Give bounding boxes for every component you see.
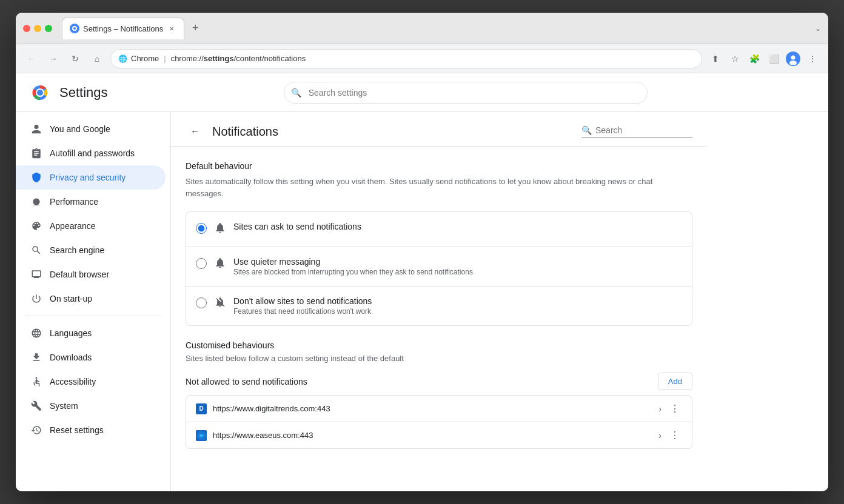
tab-expand-icon[interactable]: ⌄ <box>815 24 821 33</box>
svg-point-4 <box>791 55 795 59</box>
customised-section: Customised behaviours Sites listed below… <box>186 340 692 449</box>
accessibility-icon <box>30 376 42 388</box>
bell-icon-1 <box>214 222 226 237</box>
radio-quieter-messaging[interactable] <box>196 258 207 269</box>
sidebar-label-you-and-google: You and Google <box>50 124 110 134</box>
browser-window: Settings – Notifications ✕ + ⌄ ← → ↻ ⌂ 🌐… <box>16 13 828 491</box>
bookmark-icon[interactable]: ☆ <box>726 50 743 67</box>
back-nav-button[interactable]: ← <box>23 50 40 67</box>
panel-search-icon: 🔍 <box>581 125 592 135</box>
site-expand-easeus[interactable]: › <box>658 431 661 440</box>
sidebar-label-search-engine: Search engine <box>50 245 104 255</box>
profile-icon[interactable] <box>785 50 802 67</box>
sidebar-item-performance[interactable]: Performance <box>16 190 166 214</box>
forward-nav-button[interactable]: → <box>45 50 62 67</box>
url-bar[interactable]: 🌐 Chrome | chrome://settings/content/not… <box>110 49 702 68</box>
sidebar-item-search-engine[interactable]: Search engine <box>16 238 166 262</box>
sidebar-label-languages: Languages <box>50 328 92 338</box>
url-path: chrome://settings/content/notifications <box>171 54 306 63</box>
share-icon[interactable]: ⬆ <box>707 50 724 67</box>
tab-close-button[interactable]: ✕ <box>167 24 176 33</box>
add-site-button[interactable]: Add <box>658 373 692 390</box>
radio-label-1: Sites can ask to send notifications <box>233 222 361 231</box>
svg-point-9 <box>37 90 43 96</box>
radio-item-quieter-messaging[interactable]: Use quieter messaging Sites are blocked … <box>186 247 692 287</box>
person-icon <box>30 123 42 135</box>
address-bar: ← → ↻ ⌂ 🌐 Chrome | chrome://settings/con… <box>16 44 828 73</box>
performance-icon <box>30 196 42 208</box>
title-bar: Settings – Notifications ✕ + ⌄ <box>16 13 828 44</box>
site-item-easeus: https://www.easeus.com:443 › ⋮ <box>186 422 692 448</box>
close-button[interactable] <box>23 25 30 32</box>
customised-title: Customised behaviours <box>186 340 692 350</box>
new-tab-button[interactable]: + <box>187 20 204 37</box>
main-content: Settings 🔍 You and Google <box>16 73 828 491</box>
reset-icon <box>30 424 42 436</box>
svg-point-10 <box>36 377 38 379</box>
active-tab[interactable]: Settings – Notifications ✕ <box>62 18 184 39</box>
settings-search-bar: 🔍 <box>284 82 648 104</box>
sidebar-item-reset-settings[interactable]: Reset settings <box>16 418 166 442</box>
sidebar-item-on-startup[interactable]: On start-up <box>16 287 166 311</box>
not-allowed-label: Not allowed to send notifications <box>186 377 307 386</box>
panel-back-button[interactable]: ← <box>186 122 205 141</box>
site-menu-easeus[interactable]: ⋮ <box>668 429 682 441</box>
site-expand-digitaltrends[interactable]: › <box>658 404 661 414</box>
tab-title: Settings – Notifications <box>83 24 163 33</box>
sidebar-item-downloads[interactable]: Downloads <box>16 345 166 370</box>
clipboard-icon <box>30 147 42 159</box>
sidebar-label-appearance: Appearance <box>50 221 96 231</box>
radio-label-3: Don't allow sites to send notifications … <box>233 296 372 316</box>
sidebar-item-autofill[interactable]: Autofill and passwords <box>16 141 166 165</box>
radio-item-sites-can-ask[interactable]: Sites can ask to send notifications <box>186 212 692 247</box>
bell-off-icon <box>214 296 226 311</box>
radio-item-dont-allow[interactable]: Don't allow sites to send notifications … <box>186 287 692 325</box>
radio-dont-allow[interactable] <box>196 297 207 308</box>
url-scheme: Chrome <box>131 54 159 63</box>
sidebar-label-downloads: Downloads <box>50 353 92 362</box>
split-view-icon[interactable]: ⬜ <box>765 50 782 67</box>
sidebar-item-system[interactable]: System <box>16 394 166 418</box>
toolbar-icons: ⬆ ☆ 🧩 ⬜ ⋮ <box>707 50 821 67</box>
settings-header: Settings 🔍 <box>16 73 828 112</box>
panel-header: ← Notifications 🔍 <box>171 112 707 147</box>
sidebar-label-performance: Performance <box>50 197 98 207</box>
settings-sidebar: You and Google Autofill and passwords Pr… <box>16 112 171 491</box>
site-menu-digitaltrends[interactable]: ⋮ <box>668 403 682 414</box>
sidebar-label-reset-settings: Reset settings <box>50 425 104 435</box>
menu-icon[interactable]: ⋮ <box>804 50 821 67</box>
sidebar-item-languages[interactable]: Languages <box>16 321 166 345</box>
profile-avatar <box>786 51 800 66</box>
content-panel: ← Notifications 🔍 Default behaviour Site… <box>171 112 707 491</box>
sidebar-item-appearance[interactable]: Appearance <box>16 214 166 238</box>
url-bold-part: settings <box>204 54 234 63</box>
radio-label-2: Use quieter messaging Sites are blocked … <box>233 257 473 276</box>
minimize-button[interactable] <box>34 25 41 32</box>
tab-bar: Settings – Notifications ✕ + <box>62 18 810 39</box>
reload-button[interactable]: ↻ <box>67 50 84 67</box>
maximize-button[interactable] <box>45 25 52 32</box>
traffic-lights <box>23 25 52 32</box>
sidebar-label-default-browser: Default browser <box>50 270 109 279</box>
panel-search-input[interactable] <box>595 125 692 135</box>
sidebar-label-on-startup: On start-up <box>50 294 92 303</box>
settings-search-input[interactable] <box>284 82 648 104</box>
url-security-icon: 🌐 <box>118 55 127 63</box>
power-icon <box>30 293 42 305</box>
bell-icon-2 <box>214 257 226 272</box>
settings-page-title: Settings <box>59 85 108 101</box>
sidebar-item-default-browser[interactable]: Default browser <box>16 262 166 287</box>
sidebar-item-you-and-google[interactable]: You and Google <box>16 117 166 141</box>
radio-sites-can-ask[interactable] <box>196 223 207 234</box>
panel-header-left: ← Notifications <box>186 122 278 141</box>
wrench-icon <box>30 400 42 412</box>
sidebar-item-privacy[interactable]: Privacy and security <box>16 165 166 190</box>
panel-body: Default behaviour Sites automatically fo… <box>171 147 707 463</box>
home-button[interactable]: ⌂ <box>89 50 106 67</box>
download-icon <box>30 351 42 363</box>
site-favicon-digitaltrends: D <box>196 403 207 414</box>
extensions-icon[interactable]: 🧩 <box>746 50 763 67</box>
sidebar-item-accessibility[interactable]: Accessibility <box>16 370 166 394</box>
tab-favicon-icon <box>70 24 79 33</box>
monitor-icon <box>30 268 42 280</box>
